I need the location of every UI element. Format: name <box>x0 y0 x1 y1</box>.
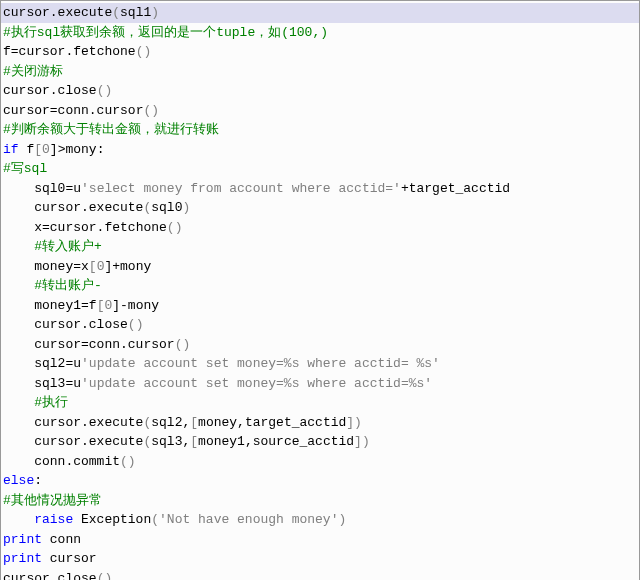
code-line: cursor=conn.cursor() <box>1 101 639 121</box>
code-comment: #执行sql获取到余额，返回的是一个tuple，如(100,) <box>3 25 328 40</box>
code-keyword: if <box>3 142 26 157</box>
code-line: cursor.execute(sql2,[money,target_acctid… <box>1 413 639 433</box>
code-line: cursor.execute(sql0) <box>1 198 639 218</box>
code-token: sql1 <box>120 5 151 20</box>
code-keyword: else <box>3 473 34 488</box>
code-token: ) <box>338 512 346 527</box>
code-token: =conn.cursor <box>81 337 175 352</box>
code-comment: #执行 <box>3 395 68 410</box>
code-token: sql0 <box>3 181 65 196</box>
code-comment: #转出账户- <box>3 278 102 293</box>
code-token: ( <box>112 5 120 20</box>
code-token: conn.commit <box>3 454 120 469</box>
code-line: sql3=u'update account set money=%s where… <box>1 374 639 394</box>
code-line: #转出账户- <box>1 276 639 296</box>
code-line: cursor.close() <box>1 81 639 101</box>
code-token: +target_acctid <box>401 181 510 196</box>
code-comment: #关闭游标 <box>3 64 63 79</box>
code-line: print conn <box>1 530 639 550</box>
code-token: cursor.execute <box>3 415 143 430</box>
code-token: ]) <box>346 415 362 430</box>
code-token: cursor <box>50 551 97 566</box>
code-token: cursor.close <box>3 83 97 98</box>
code-token: =conn.cursor <box>50 103 144 118</box>
code-string: 'select money from account where acctid=… <box>81 181 401 196</box>
code-token: ( <box>151 512 159 527</box>
code-token: money,target_acctid <box>198 415 346 430</box>
code-line: cursor.execute(sql3,[money1,source_accti… <box>1 432 639 452</box>
code-line: f=cursor.fetchone() <box>1 42 639 62</box>
code-token: cursor.close <box>3 317 128 332</box>
code-token: =cursor.fetchone <box>11 44 136 59</box>
code-token: cursor.close <box>3 571 97 581</box>
code-token: () <box>175 337 191 352</box>
code-token: [ <box>190 434 198 449</box>
code-keyword: raise <box>3 512 81 527</box>
code-comment: #写sql <box>3 161 47 176</box>
code-token: money <box>3 259 73 274</box>
code-token: cursor <box>3 103 50 118</box>
code-token: money1 <box>3 298 81 313</box>
code-token: sql2 <box>3 356 65 371</box>
code-token: cursor.execute <box>3 5 112 20</box>
code-token: =u <box>65 181 81 196</box>
code-line: sql0=u'select money from account where a… <box>1 179 639 199</box>
code-token: ]+mony <box>104 259 151 274</box>
code-token: ]-mony <box>112 298 159 313</box>
code-token: () <box>97 83 113 98</box>
code-token: sql0 <box>151 200 182 215</box>
code-line: else: <box>1 471 639 491</box>
code-line: money=x[0]+mony <box>1 257 639 277</box>
code-token: () <box>143 103 159 118</box>
code-line: #执行sql获取到余额，返回的是一个tuple，如(100,) <box>1 23 639 43</box>
code-token: ) <box>151 5 159 20</box>
code-line: #写sql <box>1 159 639 179</box>
code-line: cursor.execute(sql1) <box>1 3 639 23</box>
code-token: sql3 <box>3 376 65 391</box>
code-token: [ <box>34 142 42 157</box>
code-comment: #判断余额大于转出金额，就进行转账 <box>3 122 219 137</box>
code-keyword: print <box>3 551 50 566</box>
code-comment: #其他情况抛异常 <box>3 493 102 508</box>
code-token: ) <box>182 200 190 215</box>
code-token: sql3, <box>151 434 190 449</box>
code-line: conn.commit() <box>1 452 639 472</box>
code-token: =cursor.fetchone <box>42 220 167 235</box>
code-token: =u <box>65 356 81 371</box>
code-token: cursor.execute <box>3 200 143 215</box>
code-line: cursor=conn.cursor() <box>1 335 639 355</box>
code-line: raise Exception('Not have enough money') <box>1 510 639 530</box>
code-token: () <box>167 220 183 235</box>
code-line: cursor.close() <box>1 315 639 335</box>
code-token: () <box>136 44 152 59</box>
code-line: #判断余额大于转出金额，就进行转账 <box>1 120 639 140</box>
code-token: : <box>34 473 42 488</box>
code-line: money1=f[0]-mony <box>1 296 639 316</box>
code-line: #其他情况抛异常 <box>1 491 639 511</box>
code-token: 0 <box>42 142 50 157</box>
code-line: sql2=u'update account set money=%s where… <box>1 354 639 374</box>
code-token: () <box>128 317 144 332</box>
code-token: money1,source_acctid <box>198 434 354 449</box>
code-line: print cursor <box>1 549 639 569</box>
code-token: () <box>120 454 136 469</box>
code-string: 'update account set money=%s where accti… <box>81 356 440 371</box>
code-token: ]>mony: <box>50 142 105 157</box>
code-token: x <box>3 220 42 235</box>
code-token: ]) <box>354 434 370 449</box>
code-string: 'update account set money=%s where accti… <box>81 376 432 391</box>
code-token: [ <box>89 259 97 274</box>
code-line: #转入账户+ <box>1 237 639 257</box>
code-line: if f[0]>mony: <box>1 140 639 160</box>
code-token: cursor.execute <box>3 434 143 449</box>
code-token: Exception <box>81 512 151 527</box>
code-line: cursor.close() <box>1 569 639 581</box>
code-line: #关闭游标 <box>1 62 639 82</box>
code-token: =u <box>65 376 81 391</box>
code-token: f <box>3 44 11 59</box>
code-comment: #转入账户+ <box>3 239 102 254</box>
code-line: x=cursor.fetchone() <box>1 218 639 238</box>
code-token: sql2, <box>151 415 190 430</box>
code-keyword: print <box>3 532 50 547</box>
code-block: cursor.execute(sql1) #执行sql获取到余额，返回的是一个t… <box>0 0 640 580</box>
